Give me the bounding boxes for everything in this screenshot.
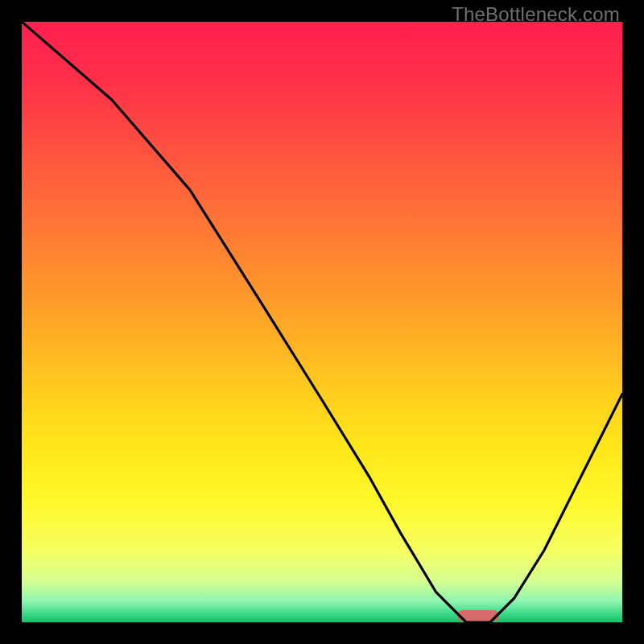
plot-area — [22, 22, 622, 622]
watermark-text: TheBottleneck.com — [452, 3, 620, 26]
chart-frame: TheBottleneck.com — [0, 0, 644, 644]
gradient-background — [22, 22, 622, 622]
chart-svg — [22, 22, 622, 622]
